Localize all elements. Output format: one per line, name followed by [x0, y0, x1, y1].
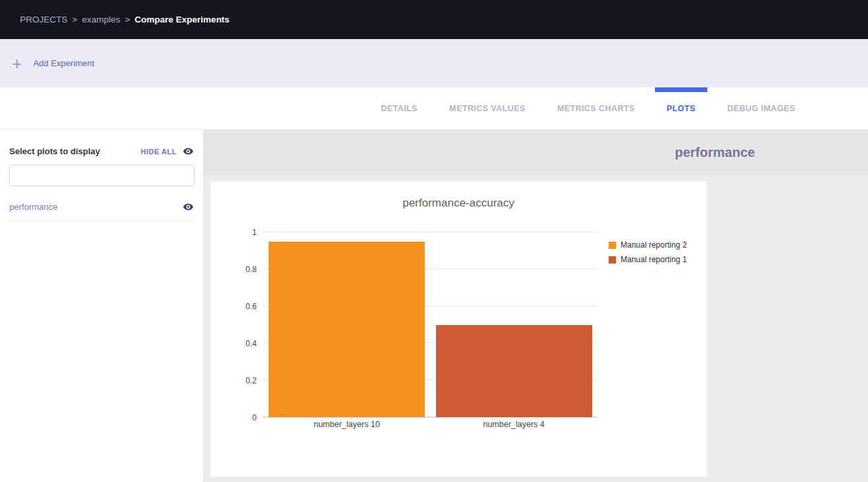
legend-item[interactable]: Manual reporting 2 — [609, 240, 687, 250]
bar-slot — [263, 232, 431, 417]
chart-title: performance-accuracy — [210, 181, 707, 210]
tab-bar: DETAILSMETRICS VALUESMETRICS CHARTSPLOTS… — [0, 87, 868, 130]
plot-list: performance — [9, 197, 194, 221]
plus-icon: + — [12, 55, 22, 72]
tab-metrics-charts[interactable]: METRICS CHARTS — [545, 87, 646, 129]
action-bar: + Add Experiment — [0, 39, 868, 87]
bar-manual-reporting-1[interactable] — [436, 325, 592, 418]
chart-legend: Manual reporting 2Manual reporting 1 — [609, 232, 687, 429]
plot-list-item[interactable]: performance — [9, 197, 194, 221]
breadcrumb-separator: > — [72, 15, 77, 24]
legend-swatch — [609, 242, 616, 249]
chart: 00.20.40.60.81 number_layers 10number_la… — [210, 232, 707, 429]
y-tick-label: 0.8 — [217, 265, 257, 274]
sidebar-title: Select plots to display — [9, 146, 100, 156]
tab-plots[interactable]: PLOTS — [655, 87, 708, 129]
breadcrumb-separator: > — [125, 15, 130, 24]
y-tick-label: 1 — [217, 228, 257, 237]
breadcrumb: PROJECTS > examples > Compare Experiment… — [20, 15, 230, 24]
plot-filter-input[interactable] — [9, 165, 195, 186]
breadcrumb-bar: PROJECTS > examples > Compare Experiment… — [0, 0, 868, 39]
x-tick-label: number_layers 4 — [431, 420, 598, 429]
hide-all-label: HIDE ALL — [141, 148, 177, 156]
plot-card: performance-accuracy 00.20.40.60.81 numb… — [210, 181, 707, 477]
legend-label: Manual reporting 2 — [621, 240, 687, 250]
legend-item[interactable]: Manual reporting 1 — [609, 255, 687, 264]
y-tick-label: 0.6 — [217, 302, 257, 311]
x-tick-label: number_layers 10 — [263, 420, 431, 429]
tab-metrics-values[interactable]: METRICS VALUES — [437, 87, 537, 129]
legend-swatch — [609, 256, 616, 264]
add-experiment-button[interactable]: + Add Experiment — [12, 55, 95, 72]
plots-sidebar: Select plots to display HIDE ALL perform… — [0, 130, 204, 482]
y-axis: 00.20.40.60.81 — [210, 232, 263, 418]
x-labels: number_layers 10number_layers 4 — [263, 420, 597, 429]
tab-debug-images[interactable]: DEBUG IMAGES — [715, 87, 807, 129]
breadcrumb-projects[interactable]: PROJECTS — [20, 15, 67, 24]
y-tick-label: 0.4 — [217, 339, 257, 348]
bar-manual-reporting-2[interactable] — [269, 242, 425, 417]
sidebar-header: Select plots to display HIDE ALL — [9, 146, 194, 157]
bars — [263, 232, 597, 417]
eye-icon — [183, 146, 194, 157]
plot-group-title: performance — [675, 145, 755, 160]
y-tick-label: 0 — [217, 413, 257, 422]
plot-item-label: performance — [9, 202, 58, 212]
tab-details[interactable]: DETAILS — [369, 87, 429, 129]
plot-area — [263, 232, 597, 418]
hide-all-button[interactable]: HIDE ALL — [141, 146, 194, 157]
bar-slot — [431, 232, 598, 417]
add-experiment-label: Add Experiment — [33, 58, 95, 68]
plots-panel: performance performance-accuracy 00.20.4… — [204, 130, 868, 482]
plot-group-header: performance — [204, 130, 868, 175]
y-tick-label: 0.2 — [217, 376, 257, 385]
plot-wrap: number_layers 10number_layers 4 — [263, 232, 597, 429]
legend-label: Manual reporting 1 — [621, 255, 687, 264]
breadcrumb-current: Compare Experiments — [135, 15, 230, 24]
breadcrumb-project[interactable]: examples — [82, 15, 120, 24]
eye-icon[interactable] — [183, 201, 194, 213]
content: Select plots to display HIDE ALL perform… — [0, 130, 868, 482]
